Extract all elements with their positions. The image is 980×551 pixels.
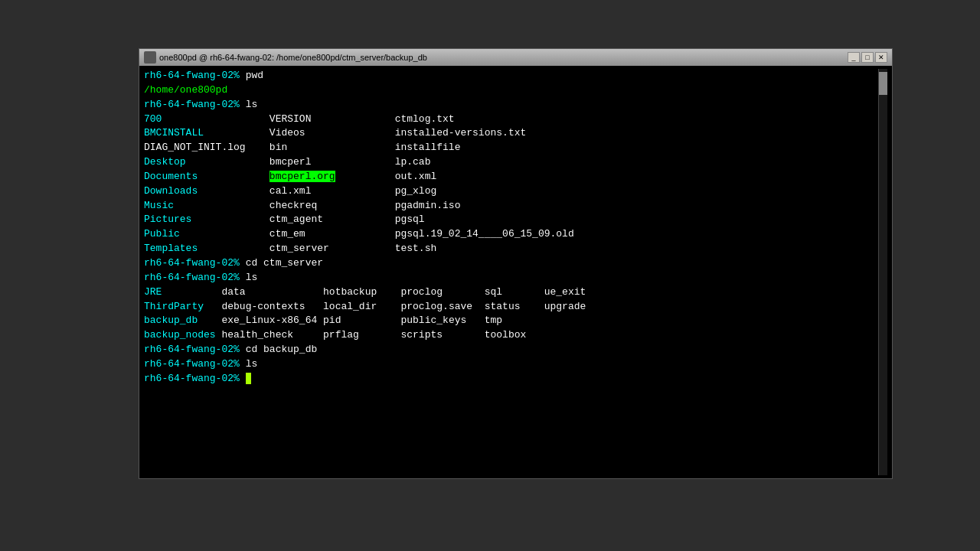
scrollbar-thumb[interactable] [879, 72, 887, 95]
title-bar-text: one800pd @ rh6-64-fwang-02: /home/one800… [159, 53, 427, 62]
scrollbar[interactable] [878, 69, 887, 475]
title-bar: one800pd @ rh6-64-fwang-02: /home/one800… [139, 49, 892, 66]
maximize-button[interactable]: □ [861, 52, 874, 63]
title-bar-buttons: _ □ ✕ [848, 52, 887, 63]
desktop: one800pd @ rh6-64-fwang-02: /home/one800… [0, 0, 980, 551]
terminal-icon [144, 51, 156, 64]
terminal-content: rh6-64-fwang-02% pwd /home/one800pd rh6-… [144, 69, 878, 475]
terminal-window: one800pd @ rh6-64-fwang-02: /home/one800… [139, 48, 893, 479]
terminal-body[interactable]: rh6-64-fwang-02% pwd /home/one800pd rh6-… [139, 66, 892, 478]
close-button[interactable]: ✕ [875, 52, 887, 63]
minimize-button[interactable]: _ [848, 52, 860, 63]
